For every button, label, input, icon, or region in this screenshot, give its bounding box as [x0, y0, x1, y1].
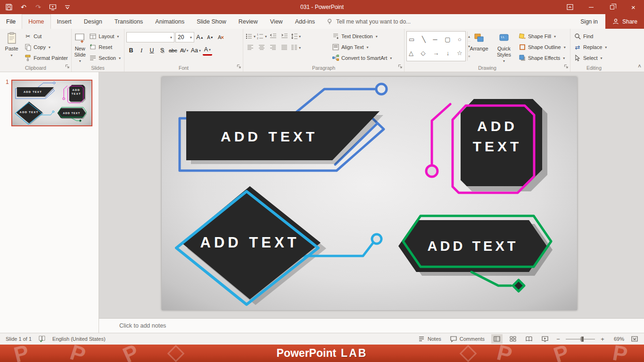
language-indicator[interactable]: English (United States) — [52, 336, 106, 342]
shape-effects-label: Shape Effects — [528, 55, 560, 61]
editing-group-label: Editing — [570, 65, 618, 71]
reset-button[interactable]: Reset — [88, 42, 122, 52]
align-right-button[interactable] — [268, 42, 278, 53]
save-icon[interactable] — [5, 3, 13, 11]
increase-font-size-button[interactable]: A▲ — [195, 32, 205, 42]
tab-insert[interactable]: Insert — [51, 14, 78, 29]
close-button[interactable]: × — [623, 0, 644, 14]
tab-transitions[interactable]: Transitions — [108, 14, 149, 29]
normal-view-button[interactable] — [491, 334, 503, 344]
shapes-gallery[interactable]: ▭ ╲ ─ ▢ ○ △ ◇ → ↓ ☆ ▲ ▼ ≡ — [406, 31, 466, 61]
justify-button[interactable] — [279, 42, 289, 53]
fit-slide-to-window-button[interactable] — [629, 334, 640, 344]
footer-brand-suffix: LAB — [341, 347, 367, 360]
zoom-slider-handle[interactable] — [581, 337, 584, 342]
bold-button[interactable]: B — [126, 45, 136, 56]
proofing-status-icon[interactable] — [38, 335, 46, 343]
slide-thumbnail[interactable] — [11, 80, 92, 126]
clear-formatting-button[interactable]: A — [216, 32, 225, 42]
numbering-button[interactable]: 12 — [256, 31, 267, 41]
decrease-indent-button[interactable] — [268, 31, 278, 41]
shape-fill-button[interactable]: Shape Fill — [517, 31, 566, 41]
replace-button[interactable]: ⇄ Replace — [572, 42, 616, 52]
notes-pane[interactable]: Click to add notes — [99, 318, 644, 333]
align-text-button[interactable]: Align Text — [330, 42, 401, 52]
tab-slide-show[interactable]: Slide Show — [190, 14, 232, 29]
layout-button[interactable]: Layout — [88, 31, 122, 41]
customize-qat-icon[interactable] — [63, 3, 72, 11]
find-button[interactable]: Find — [572, 31, 616, 41]
copy-button[interactable]: Copy — [23, 42, 69, 52]
restore-button[interactable] — [602, 0, 623, 14]
tab-view[interactable]: View — [264, 14, 289, 29]
reading-view-button[interactable] — [523, 334, 535, 344]
paragraph-dialog-launcher-icon[interactable] — [398, 64, 403, 70]
italic-button[interactable]: I — [137, 45, 146, 56]
notes-toggle-button[interactable]: Notes — [416, 334, 443, 344]
text-direction-button[interactable]: Text Direction — [330, 31, 401, 41]
clipboard-dialog-launcher-icon[interactable] — [65, 64, 70, 70]
tab-home[interactable]: Home — [22, 14, 50, 29]
new-slide-button[interactable]: New Slide ▾ — [74, 30, 86, 63]
font-name-combo[interactable]: ▾ — [126, 32, 174, 42]
font-dialog-launcher-icon[interactable] — [237, 64, 241, 70]
collapse-ribbon-icon[interactable]: ˄ — [638, 63, 641, 70]
line-spacing-icon — [290, 33, 298, 40]
start-presentation-icon[interactable] — [49, 3, 57, 11]
minimize-button[interactable] — [580, 0, 602, 14]
underline-button[interactable]: U — [147, 45, 157, 56]
align-left-button[interactable] — [245, 42, 256, 53]
paste-button[interactable]: Paste ▾ — [2, 30, 21, 63]
decorative-diamond — [460, 345, 477, 362]
increase-indent-button[interactable] — [279, 31, 289, 41]
cut-button[interactable]: ✂ Cut — [23, 31, 69, 41]
tab-add-ins[interactable]: Add-ins — [289, 14, 321, 29]
decrease-indent-icon — [269, 33, 277, 40]
undo-icon[interactable]: ↶ — [19, 3, 28, 11]
zoom-out-button[interactable]: − — [555, 336, 561, 343]
zoom-slider[interactable] — [566, 334, 595, 344]
tab-animations[interactable]: Animations — [149, 14, 190, 29]
change-case-button[interactable]: Aa — [190, 45, 202, 56]
ribbon-display-options-icon[interactable] — [559, 0, 580, 14]
slide-canvas[interactable] — [162, 77, 577, 310]
shape-effects-button[interactable]: Shape Effects — [517, 53, 566, 63]
share-button[interactable]: Share — [605, 14, 644, 29]
select-button[interactable]: Select — [572, 53, 616, 63]
slide-sorter-view-button[interactable] — [507, 334, 519, 344]
notes-toggle-label: Notes — [428, 336, 441, 342]
decrease-font-size-button[interactable]: A▼ — [206, 32, 215, 42]
tab-design[interactable]: Design — [78, 14, 108, 29]
columns-button[interactable] — [290, 42, 301, 53]
redo-icon[interactable]: ↷ — [34, 3, 42, 11]
quick-styles-button[interactable]: Quick Styles ▾ — [492, 30, 516, 63]
font-size-combo[interactable]: 20 ▾ — [175, 32, 194, 42]
tell-me-box[interactable]: Tell me what you want to do... — [321, 14, 415, 29]
slide-show-view-button[interactable] — [539, 334, 551, 344]
section-button[interactable]: Section — [88, 53, 122, 63]
format-painter-button[interactable]: Format Painter — [23, 53, 69, 63]
arrange-button[interactable]: Arrange — [467, 30, 491, 63]
sign-in-link[interactable]: Sign in — [573, 14, 605, 29]
layout-icon — [89, 33, 97, 40]
text-shadow-button[interactable]: S — [157, 45, 167, 56]
tab-file[interactable]: File — [0, 14, 22, 29]
bullets-button[interactable] — [245, 31, 256, 41]
align-center-button[interactable] — [256, 42, 267, 53]
font-color-button[interactable]: A — [203, 45, 212, 56]
align-center-icon — [258, 44, 265, 51]
comments-toggle-button[interactable]: Comments — [448, 334, 487, 344]
shape-outline-button[interactable]: Shape Outline — [517, 42, 566, 52]
strikethrough-button[interactable]: abc — [168, 45, 178, 56]
powerpoint-window: ↶ ↷ 031 - PowerPoint × File Home Insert … — [0, 0, 644, 362]
replace-icon: ⇄ — [574, 43, 581, 51]
zoom-level[interactable]: 69% — [610, 336, 624, 342]
restore-icon — [610, 5, 614, 9]
drawing-dialog-launcher-icon[interactable] — [564, 64, 569, 70]
convert-smartart-button[interactable]: Convert to SmartArt — [330, 53, 401, 63]
group-slides: New Slide ▾ Layout Reset Section — [72, 29, 124, 72]
tab-review[interactable]: Review — [232, 14, 264, 29]
zoom-in-button[interactable]: + — [600, 336, 605, 343]
line-spacing-button[interactable] — [290, 31, 301, 41]
character-spacing-button[interactable]: AV — [179, 45, 189, 56]
